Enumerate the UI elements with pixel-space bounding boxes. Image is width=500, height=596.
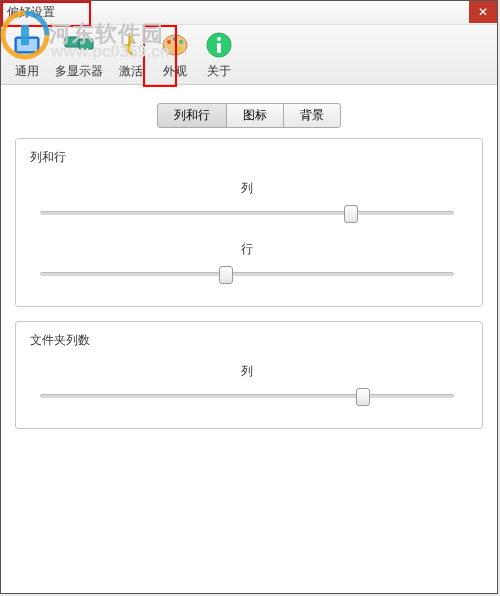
toolbar-label: 激活 bbox=[119, 63, 143, 80]
content-area: 列和行 图标 背景 列和行 列 行 文件夹列数 bbox=[1, 85, 497, 593]
toolbar-label: 外观 bbox=[163, 63, 187, 80]
slider-track bbox=[40, 211, 454, 215]
toolbar-activate[interactable]: 激活 bbox=[109, 27, 153, 82]
folder-columns-slider[interactable] bbox=[40, 386, 454, 406]
slider-row-columns: 列 bbox=[30, 180, 464, 223]
window-title: 偏好设置 bbox=[7, 4, 55, 21]
slider-thumb[interactable] bbox=[344, 205, 358, 223]
toolbar-label: 通用 bbox=[15, 63, 39, 80]
activate-icon bbox=[115, 29, 147, 61]
slider-thumb[interactable] bbox=[356, 388, 370, 406]
toolbar-displays[interactable]: 多显示器 bbox=[49, 27, 109, 82]
svg-rect-3 bbox=[79, 39, 93, 49]
tab-background[interactable]: 背景 bbox=[283, 103, 341, 128]
svg-point-6 bbox=[167, 40, 171, 44]
svg-point-8 bbox=[179, 40, 183, 44]
sub-tabs: 列和行 图标 背景 bbox=[15, 103, 483, 128]
svg-rect-1 bbox=[17, 39, 37, 51]
toolbar-label: 多显示器 bbox=[55, 63, 103, 80]
svg-point-11 bbox=[217, 37, 221, 41]
panel-title: 文件夹列数 bbox=[30, 332, 464, 349]
close-button[interactable]: ✕ bbox=[469, 1, 497, 23]
svg-point-7 bbox=[173, 37, 177, 41]
panel-columns-rows: 列和行 列 行 bbox=[15, 138, 483, 307]
displays-icon bbox=[63, 29, 95, 61]
preferences-window: 偏好设置 ✕ 通用 多显示器 激活 bbox=[0, 0, 498, 594]
slider-label: 行 bbox=[30, 241, 464, 258]
about-icon bbox=[203, 29, 235, 61]
slider-thumb[interactable] bbox=[219, 266, 233, 284]
tab-columns-rows[interactable]: 列和行 bbox=[157, 103, 227, 128]
toolbar-appearance[interactable]: 外观 bbox=[153, 27, 197, 82]
svg-marker-4 bbox=[123, 33, 135, 57]
tab-icons[interactable]: 图标 bbox=[226, 103, 284, 128]
slider-track bbox=[40, 394, 454, 398]
slider-label: 列 bbox=[30, 180, 464, 197]
panel-title: 列和行 bbox=[30, 149, 464, 166]
toolbar-about[interactable]: 关于 bbox=[197, 27, 241, 82]
slider-track bbox=[40, 272, 454, 276]
panel-folder-columns: 文件夹列数 列 bbox=[15, 321, 483, 429]
titlebar: 偏好设置 ✕ bbox=[1, 1, 497, 25]
toolbar-label: 关于 bbox=[207, 63, 231, 80]
toolbar-general[interactable]: 通用 bbox=[5, 27, 49, 82]
appearance-icon bbox=[159, 29, 191, 61]
slider-label: 列 bbox=[30, 363, 464, 380]
svg-point-9 bbox=[177, 47, 181, 51]
svg-rect-12 bbox=[217, 43, 221, 53]
slider-row-rows: 行 bbox=[30, 241, 464, 284]
columns-slider[interactable] bbox=[40, 203, 454, 223]
toolbar: 通用 多显示器 激活 外观 bbox=[1, 25, 497, 85]
slider-row-folder-columns: 列 bbox=[30, 363, 464, 406]
general-icon bbox=[11, 29, 43, 61]
rows-slider[interactable] bbox=[40, 264, 454, 284]
svg-rect-2 bbox=[65, 37, 79, 47]
close-icon: ✕ bbox=[478, 5, 488, 19]
